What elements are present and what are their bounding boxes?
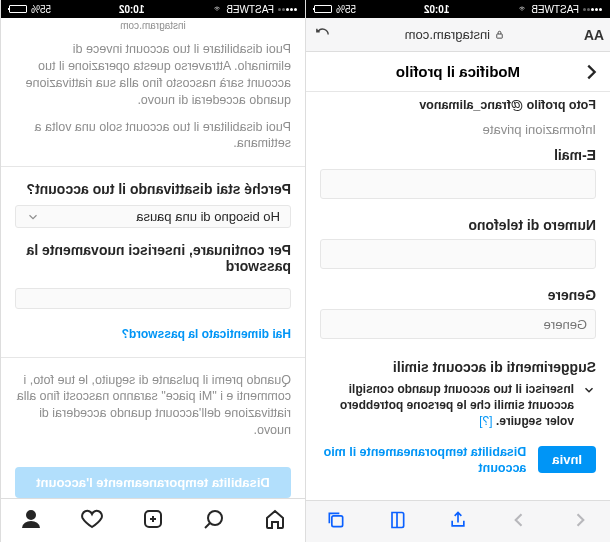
gender-field[interactable] xyxy=(320,309,596,339)
safari-url-bar: AA instagram.com xyxy=(306,18,610,52)
back-button[interactable] xyxy=(580,61,602,83)
battery-icon xyxy=(314,5,332,13)
signal-dots-icon xyxy=(583,8,602,11)
email-field[interactable] xyxy=(320,169,596,199)
nav-activity-button[interactable] xyxy=(80,507,104,535)
warning-paragraph: Quando premi il pulsante di seguito, le … xyxy=(15,372,291,440)
phone-right: FASTWEB 10:02 55% AA instagram.com Modif… xyxy=(305,0,610,542)
nav-create-button[interactable] xyxy=(141,507,165,535)
gender-label: Genere xyxy=(320,287,596,303)
text-size-button[interactable]: AA xyxy=(584,27,604,43)
divider xyxy=(1,166,305,167)
page-header: Modifica il profilo xyxy=(306,52,610,92)
disable-account-link[interactable]: Disabilita temporaneamente il mio accoun… xyxy=(320,444,526,477)
phone-left: FASTWEB 10:02 55% instagram.com Puoi dis… xyxy=(0,0,305,542)
suggestions-text: Inserisci il tuo account quando consigli… xyxy=(340,382,574,428)
heart-icon xyxy=(80,507,104,531)
reason-selected-value: Ho bisogno di una pausa xyxy=(136,209,280,224)
status-time: 10:02 xyxy=(424,4,450,15)
nav-profile-button[interactable] xyxy=(19,507,43,535)
safari-share-button[interactable] xyxy=(448,510,468,534)
svg-rect-0 xyxy=(497,34,503,38)
battery-percent: 55% xyxy=(336,4,356,15)
nav-search-button[interactable] xyxy=(202,507,226,535)
url-field[interactable]: instagram.com xyxy=(334,27,576,42)
safari-tabs-button[interactable] xyxy=(326,510,346,534)
email-label: E-mail xyxy=(320,147,596,163)
search-icon xyxy=(202,507,226,531)
info-paragraph-2: Puoi disabilitare il tuo account solo un… xyxy=(15,119,291,153)
disable-account-page: Puoi disabilitare il tuo account invece … xyxy=(1,33,305,498)
safari-bookmarks-button[interactable] xyxy=(387,510,407,534)
private-info-heading: Informazioni private xyxy=(320,122,596,137)
svg-point-2 xyxy=(208,511,222,525)
phone-label: Numero di telefono xyxy=(320,217,596,233)
battery-percent: 55% xyxy=(31,4,51,15)
chevron-left-icon xyxy=(570,510,590,530)
reason-question-label: Perché stai disattivando il tuo account? xyxy=(15,181,291,197)
status-time: 10:02 xyxy=(119,4,145,15)
plus-square-icon xyxy=(141,507,165,531)
chevron-down-icon xyxy=(582,383,596,401)
safari-back-button[interactable] xyxy=(570,510,590,534)
chevron-left-icon xyxy=(580,61,602,83)
submit-button[interactable]: Invia xyxy=(538,446,596,473)
reload-icon xyxy=(315,26,332,43)
profile-icon xyxy=(19,507,43,531)
instagram-nav xyxy=(1,498,305,542)
suggestions-help-link[interactable]: [?] xyxy=(479,414,492,428)
status-bar: FASTWEB 10:02 55% xyxy=(1,0,305,18)
signal-dots-icon xyxy=(278,8,297,11)
tabs-icon xyxy=(326,510,346,530)
battery-icon xyxy=(9,5,27,13)
password-field[interactable] xyxy=(15,288,291,308)
page-title: Modifica il profilo xyxy=(396,63,520,80)
suggestions-heading: Suggerimenti di account simili xyxy=(320,359,596,375)
chevron-down-icon xyxy=(26,210,40,224)
safari-toolbar xyxy=(306,500,610,542)
share-icon xyxy=(448,510,468,530)
carrier-label: FASTWEB xyxy=(531,4,579,15)
carrier-label: FASTWEB xyxy=(226,4,274,15)
safari-forward-button[interactable] xyxy=(509,510,529,534)
home-icon xyxy=(263,507,287,531)
password-label: Per continuare, inserisci nuovamente la … xyxy=(15,242,291,274)
lock-icon xyxy=(494,29,505,40)
nav-home-button[interactable] xyxy=(263,507,287,535)
profile-photo-row: Foto profilo @franc_alimanov xyxy=(320,98,596,112)
chevron-right-icon xyxy=(509,510,529,530)
reason-select[interactable]: Ho bisogno di una pausa xyxy=(15,205,291,228)
status-bar: FASTWEB 10:02 55% xyxy=(306,0,610,18)
book-icon xyxy=(387,510,407,530)
divider xyxy=(1,357,305,358)
svg-point-4 xyxy=(27,511,35,519)
reload-button[interactable] xyxy=(312,24,334,46)
wifi-icon xyxy=(517,5,527,13)
wifi-icon xyxy=(212,5,222,13)
disable-account-button[interactable]: Disabilita temporaneamente l'account xyxy=(15,467,291,498)
phone-field[interactable] xyxy=(320,239,596,269)
edit-profile-form: Foto profilo @franc_alimanov Informazion… xyxy=(306,92,610,500)
mini-url-bar[interactable]: instagram.com xyxy=(1,18,305,33)
suggestions-toggle-row[interactable]: Inserisci il tuo account quando consigli… xyxy=(320,381,596,430)
svg-rect-1 xyxy=(332,515,343,526)
forgot-password-link[interactable]: Hai dimenticato la password? xyxy=(15,327,291,341)
info-paragraph-1: Puoi disabilitare il tuo account invece … xyxy=(15,41,291,109)
